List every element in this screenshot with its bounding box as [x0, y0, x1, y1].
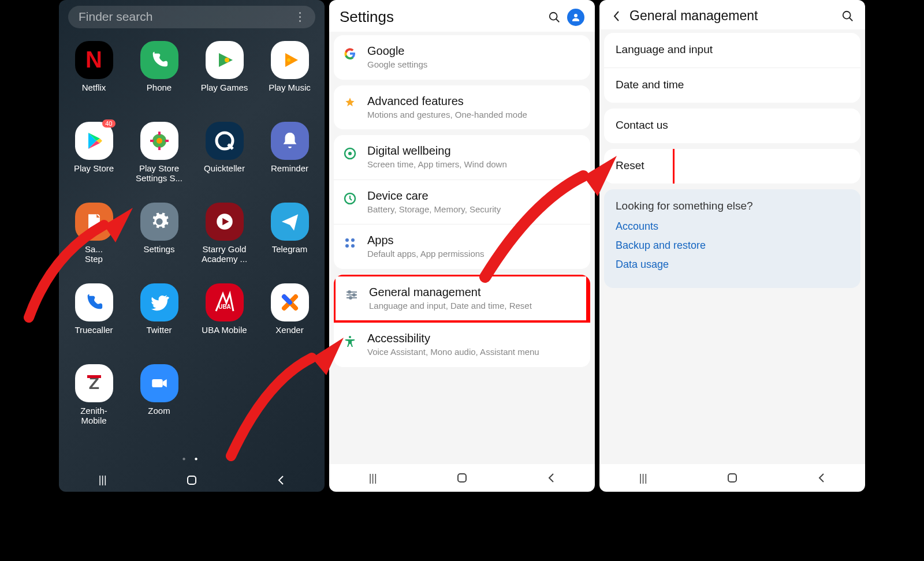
row-title: Advanced features [367, 95, 582, 108]
info-link-accounts[interactable]: Accounts [616, 220, 849, 233]
finder-placeholder: Finder search [79, 10, 152, 24]
search-icon[interactable] [547, 10, 561, 24]
google-row[interactable]: GoogleGoogle settings [334, 35, 590, 80]
settings-header: Settings [329, 0, 595, 32]
play-store-settings-app[interactable]: Play Store Settings S... [126, 122, 192, 203]
phone-app[interactable]: Phone [126, 41, 192, 122]
app-label: Play Games [199, 83, 251, 92]
svg-point-38 [353, 294, 355, 296]
home-icon[interactable] [456, 472, 468, 484]
more-icon[interactable]: ⋮ [294, 10, 305, 24]
app-label: Sa...Step [83, 244, 105, 264]
row-title: Apps [367, 234, 582, 247]
app-label: Quickteller [202, 163, 247, 173]
starry-gold-app[interactable]: Starry Gold Academy ... [192, 203, 257, 283]
screen-app-drawer: Finder search ⋮ NNetflixPhonePlay GamesP… [59, 0, 325, 492]
uba-icon: UBA [206, 283, 244, 321]
digital-wellbeing-row[interactable]: Digital wellbeingScreen time, App timers… [334, 135, 590, 180]
app-label: Settings [141, 244, 177, 254]
row-subtitle: Google settings [367, 59, 582, 70]
app-label: Twitter [144, 325, 174, 335]
reminder-app[interactable]: Reminder [257, 122, 322, 203]
xender-app[interactable]: Xender [257, 283, 322, 364]
svg-rect-13 [165, 140, 169, 142]
zoom-icon [140, 364, 178, 402]
nav-bar: ||| [59, 469, 325, 492]
svg-rect-20 [87, 375, 101, 378]
samsung-step-app[interactable]: Sa...Step [61, 203, 126, 283]
recents-icon[interactable]: ||| [99, 474, 107, 486]
svg-point-31 [351, 238, 355, 242]
home-icon[interactable] [186, 474, 198, 486]
starry-gold-icon [206, 203, 244, 241]
nav-bar: ||| [599, 464, 865, 492]
row-title: Accessibility [367, 332, 582, 345]
app-label: Xender [273, 325, 305, 335]
row-title: Digital wellbeing [367, 144, 582, 158]
recents-icon[interactable]: ||| [369, 472, 377, 484]
app-label: Play Store [72, 163, 116, 173]
netflix-app[interactable]: NNetflix [61, 41, 126, 122]
zenith-app[interactable]: ZZenith-Mobile [61, 364, 126, 445]
info-link-data-usage[interactable]: Data usage [616, 259, 849, 271]
svg-text:UBA: UBA [218, 304, 231, 310]
svg-point-30 [345, 238, 349, 242]
quickteller-app[interactable]: Quickteller [192, 122, 257, 203]
profile-avatar[interactable] [567, 9, 584, 26]
truecaller-icon [75, 283, 113, 321]
app-label: Truecaller [72, 325, 115, 335]
play-music-app[interactable]: Play Music [257, 41, 322, 122]
accessibility-row[interactable]: AccessibilityVoice Assistant, Mono audio… [334, 323, 590, 367]
uba-app[interactable]: UBAUBA Mobile [192, 283, 257, 364]
samsung-step-icon [75, 203, 113, 241]
app-label: Play Store Settings S... [126, 163, 192, 184]
svg-point-39 [349, 297, 352, 299]
svg-point-28 [348, 152, 352, 155]
reset-row[interactable]: Reset [604, 149, 860, 184]
date-time-row[interactable]: Date and time [604, 68, 860, 103]
svg-rect-12 [150, 140, 154, 142]
contact-us-row[interactable]: Contact us [604, 109, 860, 143]
play-games-icon [206, 41, 244, 79]
general-management-row[interactable]: General managementLanguage and input, Da… [334, 275, 590, 323]
svg-point-9 [157, 138, 162, 144]
telegram-app[interactable]: Telegram [257, 203, 322, 283]
svg-rect-41 [458, 474, 466, 482]
zoom-app[interactable]: Zoom [126, 364, 192, 445]
device-care-row[interactable]: Device careBattery, Storage, Memory, Sec… [334, 180, 590, 225]
play-store-app[interactable]: 40Play Store [61, 122, 126, 203]
row-title: Google [367, 44, 582, 58]
star-gear-icon [342, 96, 358, 112]
nav-bar: ||| [329, 464, 595, 492]
play-games-app[interactable]: Play Games [192, 41, 257, 122]
svg-rect-11 [158, 147, 161, 150]
app-label: Play Music [266, 83, 313, 92]
settings-app[interactable]: Settings [126, 203, 192, 283]
info-heading: Looking for something else? [616, 200, 849, 212]
svg-point-33 [351, 244, 355, 248]
app-label: Telegram [270, 244, 310, 254]
back-chevron-icon[interactable] [610, 9, 624, 23]
row-subtitle: Language and input, Date and time, Reset [369, 300, 578, 312]
info-link-backup-and-restore[interactable]: Backup and restore [616, 240, 849, 252]
recents-icon[interactable]: ||| [639, 472, 647, 484]
svg-point-32 [345, 244, 349, 248]
quickteller-icon [206, 122, 244, 160]
app-label: UBA Mobile [199, 325, 249, 335]
a11y-icon [342, 333, 358, 349]
apps-row[interactable]: AppsDefault apps, App permissions [334, 225, 590, 269]
finder-search-bar[interactable]: Finder search ⋮ [68, 6, 315, 28]
back-icon[interactable] [547, 472, 555, 484]
back-icon[interactable] [277, 474, 285, 486]
language-input-row[interactable]: Language and input [604, 33, 860, 68]
row-title: Device care [367, 189, 582, 203]
svg-rect-23 [188, 476, 196, 484]
app-label: Zenith-Mobile [78, 406, 110, 426]
advanced-features-row[interactable]: Advanced featuresMotions and gestures, O… [334, 85, 590, 130]
back-icon[interactable] [817, 472, 825, 484]
home-icon[interactable] [726, 472, 738, 484]
search-icon[interactable] [841, 9, 855, 23]
telegram-icon [271, 203, 309, 241]
truecaller-app[interactable]: Truecaller [61, 283, 126, 364]
twitter-app[interactable]: Twitter [126, 283, 192, 364]
